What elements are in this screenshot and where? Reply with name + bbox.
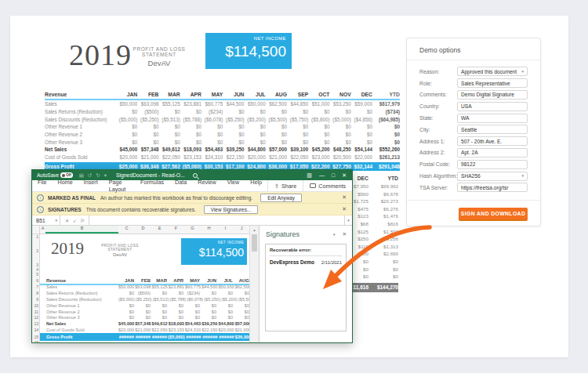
row-number[interactable]: 2 — [32, 238, 40, 263]
column-header-a[interactable]: A — [40, 226, 45, 234]
net-income-value: $114,500 — [205, 41, 292, 60]
column-header-b[interactable]: B — [45, 226, 118, 234]
info-icon: i — [37, 194, 44, 201]
city-input[interactable]: Seattle — [457, 125, 528, 134]
menu-view[interactable]: View — [222, 179, 245, 193]
row-number[interactable]: 11 — [32, 309, 40, 315]
close-icon[interactable]: ✕ — [342, 206, 347, 212]
close-icon[interactable]: ✕ — [342, 172, 347, 179]
pnl-cell: $23,881 — [180, 101, 201, 107]
cancel-icon[interactable]: ✕ — [65, 218, 69, 223]
row-number[interactable]: 9 — [32, 296, 40, 302]
row-number[interactable]: 16 — [32, 341, 40, 343]
sheet-cell: $0 — [201, 291, 217, 295]
pnl-month-header: DEC — [351, 92, 372, 97]
role-input[interactable]: Sales Representative — [457, 78, 528, 88]
pnl-ytd-cell: $0 — [372, 124, 400, 129]
row-number[interactable]: 7 — [32, 284, 40, 290]
pnl-cell: $22,200 — [308, 164, 329, 169]
pnl-cell: $63,098 — [137, 101, 158, 107]
address-2-input[interactable]: Apt. 2A — [457, 148, 528, 158]
column-header-i[interactable]: I — [217, 226, 234, 234]
column-header-c[interactable]: C — [118, 226, 135, 234]
column-header-h[interactable]: H — [201, 226, 217, 234]
enter-icon[interactable]: ✓ — [73, 218, 77, 223]
column-header-g[interactable]: G — [184, 226, 201, 234]
pnl-cell: $20,000 — [116, 154, 137, 160]
scroll-up-icon[interactable]: ▲ — [250, 226, 259, 234]
address-1-input[interactable]: 507 - 20th Ave. E. — [457, 136, 528, 146]
sheet-cell: $22,050 — [151, 328, 168, 332]
row-number[interactable]: 10 — [32, 302, 40, 309]
menu-home[interactable]: Home — [53, 179, 78, 193]
menu-help[interactable]: Help — [245, 179, 267, 193]
search-icon[interactable] — [193, 173, 198, 178]
menu-page-layout[interactable]: Page Layout — [103, 179, 135, 193]
menu-file[interactable]: File — [32, 179, 53, 193]
redo-icon[interactable]: ↻ — [96, 172, 100, 179]
column-header-e[interactable]: E — [151, 226, 168, 234]
insert-function-icon[interactable]: fx — [81, 218, 84, 223]
sheet-area: ABCDEFGHIJ 122019PROFIT AND LOSS STATEME… — [32, 226, 352, 343]
undo-icon[interactable]: ↺ — [88, 172, 92, 179]
expenses-cell: $99,992 — [368, 183, 398, 191]
menu-review[interactable]: Review — [192, 179, 222, 193]
postal-code-value: 98122 — [461, 161, 475, 167]
column-header-j[interactable]: J — [234, 226, 249, 234]
country-input[interactable]: USA — [457, 102, 528, 111]
hash-algorithm-input[interactable]: SHA256▼ — [457, 172, 528, 181]
reason-input[interactable]: Approved this document▼ — [457, 67, 528, 76]
pnl-cell: $0 — [266, 139, 287, 145]
ribbon-display-icon[interactable]: ▥ — [307, 172, 312, 179]
country-value: USA — [461, 103, 472, 109]
column-header-f[interactable]: F — [168, 226, 184, 234]
pnl-cell: $20,500 — [330, 154, 351, 160]
view-signatures-button[interactable]: View Signatures... — [204, 205, 258, 214]
scrollbar-thumb[interactable] — [252, 234, 257, 252]
edit-anyway-button[interactable]: Edit Anyway — [260, 194, 302, 202]
pnl-cell: $0 — [351, 132, 372, 137]
sheet-cell: ($5,060) — [168, 335, 186, 339]
pnl-cell: ($5,000) — [330, 117, 351, 122]
save-icon[interactable]: ▤ — [79, 172, 84, 179]
column-header-d[interactable]: D — [135, 226, 151, 234]
demo-options-panel: Demo options Reason:Approved this docume… — [406, 38, 541, 226]
formula-input[interactable] — [89, 215, 344, 225]
row-number[interactable]: 13 — [32, 320, 40, 327]
row-number[interactable]: 6 — [32, 277, 40, 284]
menu-insert[interactable]: Insert — [78, 179, 103, 193]
close-icon[interactable]: ✕ — [342, 194, 347, 201]
pnl-cell: $44,800 — [245, 147, 266, 152]
row-number[interactable]: 12 — [32, 314, 40, 320]
menu-data[interactable]: Data — [169, 179, 192, 193]
row-number[interactable]: 8 — [32, 290, 40, 296]
pnl-ytd-cell: $261,213 — [372, 154, 400, 160]
pnl-cell: ($5,250) — [137, 117, 158, 122]
name-box[interactable]: B51 ▼ — [32, 218, 60, 223]
sheet-cell: $0 — [168, 303, 184, 308]
pnl-cell: $0 — [266, 124, 287, 129]
pnl-row-cells: $0($500)$0$0($234)$0$0$0$0$0$0$0 — [116, 109, 372, 114]
row-number[interactable]: 14 — [32, 327, 40, 333]
minimize-icon[interactable]: — — [319, 172, 325, 179]
autosave-label: AutoSave — [37, 172, 59, 178]
maximize-icon[interactable]: □ — [332, 172, 335, 179]
pnl-cell: $55,125 — [159, 101, 180, 107]
menu-formulas[interactable]: Formulas — [135, 179, 169, 193]
comments-input[interactable]: Demo Digital Signature — [457, 90, 528, 100]
sign-and-download-button[interactable]: SIGN AND DOWNLOAD — [459, 208, 528, 221]
select-all-corner[interactable] — [32, 226, 40, 234]
tsa-server-input[interactable]: https://freetsa.org/tsr — [457, 183, 528, 192]
pnl-cell: $0 — [351, 109, 372, 114]
autosave-toggle[interactable]: AutoSave Off — [37, 172, 73, 178]
comments-button[interactable]: Comments — [303, 180, 352, 191]
mini-net-income-value: $114,500 — [181, 244, 247, 259]
vertical-scrollbar[interactable]: ▲ — [249, 226, 259, 343]
postal-code-input[interactable]: 98122 — [457, 160, 528, 169]
state-value: WA — [461, 115, 469, 121]
share-button[interactable]: ⇧ Share — [267, 180, 303, 191]
state-input[interactable]: WA — [457, 114, 528, 123]
pnl-cell: $0 — [116, 132, 137, 137]
toolbar-chevron-icon[interactable]: ▾ — [104, 172, 107, 179]
sheet-row-label: Gross Profit — [40, 335, 118, 339]
